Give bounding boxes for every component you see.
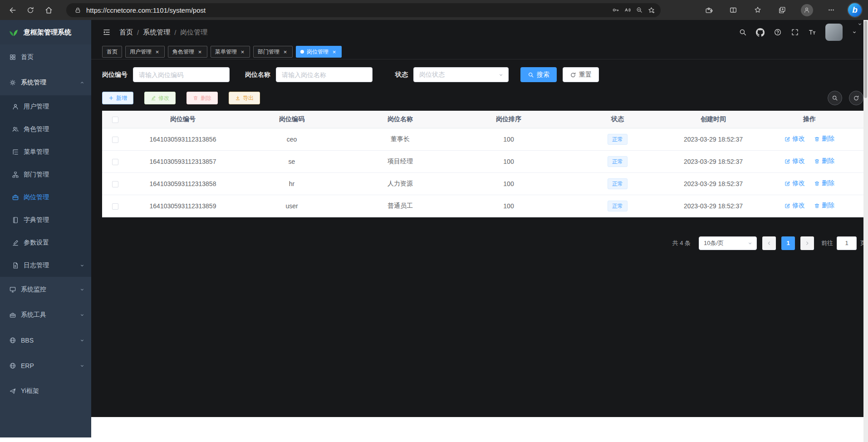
- home-button[interactable]: [41, 2, 56, 18]
- row-checkbox[interactable]: [112, 203, 118, 210]
- peoples-icon: [12, 126, 19, 133]
- refresh-button[interactable]: [23, 2, 38, 18]
- page-number-current[interactable]: 1: [781, 236, 795, 250]
- breadcrumb-section[interactable]: 系统管理: [143, 28, 170, 37]
- tab-role-management[interactable]: 角色管理 ×: [168, 46, 207, 58]
- next-page-button[interactable]: [800, 236, 814, 250]
- row-edit-link[interactable]: 修改: [785, 179, 805, 187]
- app-logo[interactable]: 意框架管理系统: [0, 20, 91, 44]
- sidebar-item-bbs[interactable]: BBS: [0, 328, 91, 353]
- tab-home[interactable]: 首页: [102, 46, 122, 58]
- scrollbar-thumb[interactable]: [864, 21, 867, 98]
- breadcrumb-home[interactable]: 首页: [119, 28, 133, 37]
- sidebar-item-user-management[interactable]: 用户管理: [0, 95, 91, 118]
- search-button[interactable]: 搜索: [520, 67, 557, 82]
- sidebar-item-menu-management[interactable]: 菜单管理: [0, 141, 91, 163]
- browser-toolbar: https://ccnetcore.com:1101/system/post: [0, 0, 868, 20]
- row-checkbox[interactable]: [112, 137, 118, 143]
- add-button[interactable]: 新增: [102, 92, 133, 104]
- select-all-checkbox[interactable]: [112, 117, 118, 123]
- sidebar-item-home[interactable]: 首页: [0, 44, 91, 70]
- tab-close-icon[interactable]: ×: [197, 49, 203, 55]
- profile-button[interactable]: [799, 2, 814, 18]
- tab-close-icon[interactable]: ×: [240, 49, 245, 55]
- github-button[interactable]: [756, 28, 765, 37]
- row-edit-link[interactable]: 修改: [785, 201, 805, 210]
- github-icon: [756, 28, 765, 37]
- refresh-table-button[interactable]: [849, 91, 863, 105]
- sidebar-item-system-monitor[interactable]: 系统监控: [0, 277, 91, 302]
- sidebar-collapse-caret-icon[interactable]: [857, 21, 863, 27]
- favorites-bar-star-icon: [754, 6, 762, 14]
- site-lock-icon[interactable]: [72, 4, 83, 16]
- sidebar-item-erp[interactable]: ERP: [0, 353, 91, 378]
- table-row: 1641030593112313859 user 普通员工 100 正常 202…: [102, 195, 864, 217]
- favorites-star-icon[interactable]: [645, 4, 657, 16]
- delete-button[interactable]: 删除: [186, 92, 218, 104]
- status-select[interactable]: 岗位状态: [413, 67, 509, 82]
- row-edit-link[interactable]: 修改: [785, 157, 805, 165]
- sidebar: 意框架管理系统 首页 系统管理 用户管理 角色管理: [0, 20, 91, 437]
- tab-dept-management[interactable]: 部门管理 ×: [253, 46, 293, 58]
- header-search-button[interactable]: [739, 28, 747, 36]
- row-delete-link[interactable]: 删除: [814, 179, 834, 187]
- edit-button[interactable]: 修改: [144, 92, 176, 104]
- url-text[interactable]: https://ccnetcore.com:1101/system/post: [86, 6, 610, 14]
- tab-user-management[interactable]: 用户管理 ×: [125, 46, 165, 58]
- avatar-caret-down-icon[interactable]: [852, 29, 857, 35]
- row-delete-link[interactable]: 删除: [814, 135, 834, 143]
- password-key-icon[interactable]: [610, 4, 622, 16]
- sidebar-item-config-settings[interactable]: 参数设置: [0, 231, 91, 254]
- chevron-down-icon: [79, 363, 85, 368]
- sidebar-item-system-tools[interactable]: 系统工具: [0, 302, 91, 328]
- page-size-select[interactable]: 10条/页: [699, 236, 757, 250]
- settings-menu-button[interactable]: [824, 2, 839, 18]
- collections-button[interactable]: [775, 2, 790, 18]
- tab-close-icon[interactable]: ×: [282, 49, 288, 55]
- post-table: 岗位编号 岗位编码 岗位名称 岗位排序 状态 创建时间 操作 16410305: [102, 111, 863, 217]
- row-checkbox[interactable]: [112, 181, 118, 187]
- status-badge: 正常: [608, 134, 628, 145]
- sidebar-item-system-management[interactable]: 系统管理: [0, 70, 91, 95]
- jump-page-input[interactable]: [837, 236, 857, 250]
- read-aloud-icon[interactable]: [622, 4, 633, 16]
- post-name-input[interactable]: [276, 67, 373, 82]
- sidebar-item-yi-framework[interactable]: Yi框架: [0, 378, 91, 404]
- sidebar-item-post-management[interactable]: 岗位管理: [0, 186, 91, 209]
- user-avatar[interactable]: [825, 24, 843, 41]
- tab-menu-management[interactable]: 菜单管理 ×: [211, 46, 250, 58]
- table-header-row: 岗位编号 岗位编码 岗位名称 岗位排序 状态 创建时间 操作: [102, 111, 864, 128]
- post-code-input[interactable]: [133, 67, 230, 82]
- row-edit-link[interactable]: 修改: [785, 135, 805, 143]
- back-button[interactable]: [5, 2, 20, 18]
- reset-button[interactable]: 重置: [563, 67, 599, 82]
- help-button[interactable]: [774, 28, 782, 36]
- extensions-button[interactable]: [701, 2, 716, 18]
- tab-close-icon[interactable]: ×: [154, 49, 160, 55]
- trash-icon: [814, 203, 820, 209]
- export-button[interactable]: 导出: [229, 92, 260, 104]
- tab-close-icon[interactable]: ×: [331, 49, 337, 55]
- tab-post-management[interactable]: 岗位管理 ×: [296, 46, 342, 58]
- address-bar[interactable]: https://ccnetcore.com:1101/system/post: [66, 3, 661, 17]
- puzzle-icon: [705, 6, 713, 14]
- prev-page-button[interactable]: [762, 236, 776, 250]
- split-screen-button[interactable]: [726, 2, 741, 18]
- sidebar-toggle-button[interactable]: [102, 28, 111, 37]
- fullscreen-button[interactable]: [791, 28, 799, 36]
- toggle-search-button[interactable]: [828, 91, 842, 105]
- sidebar-item-dict-management[interactable]: 字典管理: [0, 209, 91, 231]
- sidebar-item-log-management[interactable]: 日志管理: [0, 254, 91, 277]
- page-scrollbar[interactable]: [863, 20, 868, 442]
- font-size-button[interactable]: [808, 28, 816, 36]
- row-delete-link[interactable]: 删除: [814, 201, 834, 210]
- row-checkbox[interactable]: [112, 159, 118, 165]
- bing-copilot-button[interactable]: b: [848, 3, 862, 17]
- search-icon: [832, 95, 838, 101]
- sidebar-item-dept-management[interactable]: 部门管理: [0, 163, 91, 186]
- logo-leaf-icon: [8, 27, 19, 38]
- zoom-indicator-icon[interactable]: [633, 4, 645, 16]
- row-delete-link[interactable]: 删除: [814, 157, 834, 165]
- sidebar-item-role-management[interactable]: 角色管理: [0, 118, 91, 141]
- favorites-bar-button[interactable]: [750, 2, 765, 18]
